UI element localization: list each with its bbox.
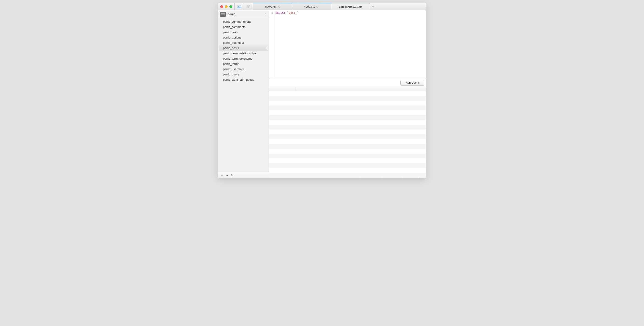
table-item[interactable]: panic_w3tc_cdn_queue — [219, 77, 268, 82]
database-icon — [220, 12, 226, 17]
results-header — [269, 87, 426, 91]
results-row — [269, 101, 426, 106]
results-row — [269, 120, 426, 125]
table-item[interactable]: panic_terms — [219, 61, 268, 66]
results-row — [269, 173, 426, 178]
results-row — [269, 149, 426, 154]
results-row — [269, 125, 426, 130]
table-item[interactable]: panic_users — [219, 72, 268, 77]
results-row — [269, 154, 426, 158]
table-item[interactable]: panic_posts — [219, 46, 268, 51]
results-column[interactable] — [269, 87, 296, 91]
results-row — [269, 139, 426, 144]
sql-backtick: ` — [287, 11, 289, 14]
table-item[interactable]: panic_usermeta — [219, 66, 268, 72]
titlebar: index.html coda.css panic@10.0.0.179 + — [218, 3, 426, 10]
results-column[interactable] — [296, 87, 426, 91]
results-row — [269, 134, 426, 139]
new-tab-area: + — [370, 3, 426, 10]
sql-editor-area: 1 SELECT `post_` — [269, 10, 426, 78]
run-query-bar: Run Query — [269, 78, 426, 87]
sql-backtick: ` — [297, 11, 298, 14]
sidebar: panic ▴▾ panic_commentmetapanic_comments… — [218, 10, 269, 172]
tab-index-html[interactable]: index.html — [253, 3, 292, 10]
results-row — [269, 106, 426, 110]
tab-label: index.html — [264, 5, 277, 8]
table-item[interactable]: panic_links — [219, 30, 268, 35]
table-item[interactable]: panic_term_taxonomy — [219, 56, 268, 61]
database-name: panic — [228, 12, 235, 16]
tab-panic-db[interactable]: panic@10.0.0.179 — [331, 3, 370, 10]
database-selector[interactable]: panic ▴▾ — [218, 10, 269, 18]
files-mode-button[interactable] — [244, 3, 253, 10]
chevron-updown-icon: ▴▾ — [266, 12, 266, 16]
view-mode-segment — [234, 3, 253, 10]
tab-label: coda.css — [304, 5, 315, 8]
table-item[interactable]: panic_commentmeta — [219, 19, 268, 24]
run-query-button[interactable]: Run Query — [400, 80, 424, 86]
table-item[interactable]: panic_options — [219, 35, 268, 40]
results-row — [269, 144, 426, 149]
results-row — [269, 115, 426, 120]
sb-left-controls: ＋ − ↻ — [218, 173, 236, 178]
table-item[interactable]: panic_postmeta — [219, 40, 268, 46]
sql-keyword: SELECT — [276, 11, 285, 14]
main-split: panic ▴▾ panic_commentmetapanic_comments… — [218, 10, 426, 172]
results-row — [269, 163, 426, 168]
tab-label: panic@10.0.0.179 — [339, 5, 362, 8]
dirty-indicator-icon — [316, 6, 318, 8]
results-row — [269, 168, 426, 173]
preview-mode-button[interactable] — [235, 3, 244, 10]
results-area — [269, 87, 426, 178]
app-window: index.html coda.css panic@10.0.0.179 + p… — [218, 3, 426, 178]
results-row — [269, 158, 426, 163]
traffic-lights — [218, 3, 234, 10]
tab-coda-css[interactable]: coda.css — [292, 3, 331, 10]
results-row — [269, 96, 426, 101]
line-gutter: 1 — [269, 10, 274, 78]
results-row — [269, 110, 426, 115]
add-row-button[interactable]: ＋ — [220, 173, 224, 178]
remove-row-button[interactable]: − — [226, 174, 228, 177]
content-pane: 1 SELECT `post_` Run Query — [269, 10, 426, 172]
sql-editor[interactable]: SELECT `post_` — [274, 10, 426, 78]
zoom-icon[interactable] — [230, 5, 232, 8]
results-body[interactable] — [269, 91, 426, 178]
dirty-indicator-icon — [278, 6, 280, 8]
close-icon[interactable] — [220, 5, 223, 8]
results-row — [269, 130, 426, 134]
table-item[interactable]: panic_comments — [219, 24, 268, 30]
new-tab-button[interactable]: + — [372, 4, 374, 9]
sql-identifier: post_ — [289, 11, 297, 14]
table-item[interactable]: panic_term_relationships — [219, 51, 268, 56]
tab-bar: index.html coda.css panic@10.0.0.179 + — [253, 3, 426, 10]
refresh-button[interactable]: ↻ — [231, 174, 234, 177]
line-number: 1 — [269, 11, 273, 14]
results-row — [269, 91, 426, 96]
svg-point-1 — [238, 6, 238, 7]
table-list: panic_commentmetapanic_commentspanic_lin… — [218, 18, 269, 172]
minimize-icon[interactable] — [225, 5, 228, 8]
